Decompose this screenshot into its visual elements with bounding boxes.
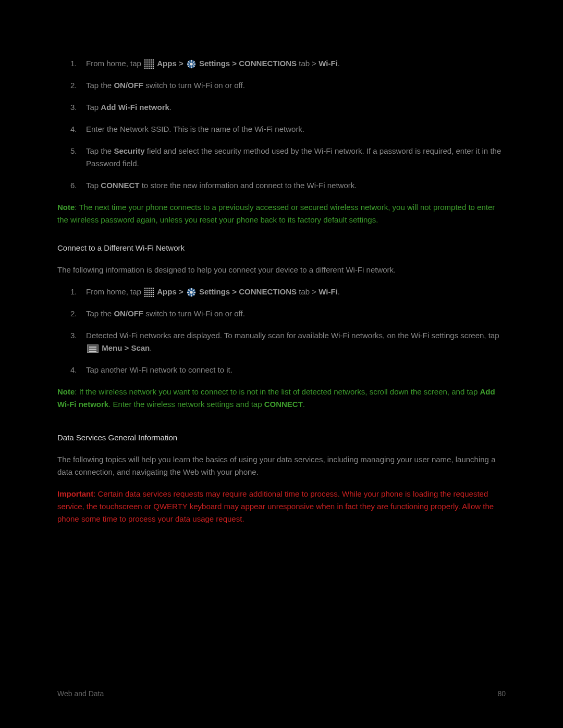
important-label: Important: [57, 489, 93, 498]
svg-rect-42: [149, 290, 150, 291]
section2-heading: Connect to a Different Wi-Fi Network: [57, 242, 506, 254]
svg-rect-45: [144, 292, 145, 293]
svg-rect-4: [153, 59, 154, 60]
svg-rect-14: [153, 64, 154, 65]
text: tab >: [297, 287, 319, 296]
svg-rect-15: [144, 66, 145, 67]
apps-label: Apps >: [157, 287, 186, 296]
text: Tap: [86, 103, 101, 112]
svg-rect-8: [151, 61, 152, 63]
important-text: : Certain data services requests may req…: [57, 489, 494, 523]
security-label: Security: [114, 146, 144, 155]
text: to store the new information and connect…: [140, 181, 357, 190]
svg-rect-37: [149, 288, 150, 289]
text: tab >: [297, 59, 319, 68]
svg-rect-43: [151, 290, 152, 291]
text: .: [338, 59, 340, 68]
svg-rect-54: [153, 294, 154, 295]
svg-rect-40: [144, 290, 145, 291]
svg-rect-51: [146, 294, 148, 295]
step-5: Tap the Security field and select the se…: [86, 145, 506, 170]
text: From home, tap: [86, 287, 143, 296]
step-1: From home, tap Apps > Settings > CONNECT…: [86, 57, 506, 70]
step-6: Tap CONNECT to store the new information…: [86, 179, 506, 192]
svg-rect-47: [149, 292, 150, 293]
svg-rect-53: [151, 294, 152, 295]
section1-steps: From home, tap Apps > Settings > CONNECT…: [57, 57, 506, 192]
step-3: Tap Add Wi-Fi network.: [86, 101, 506, 114]
page-content: From home, tap Apps > Settings > CONNECT…: [0, 0, 563, 525]
text: Tap the: [86, 309, 114, 318]
note-text: : If the wireless network you want to co…: [75, 387, 480, 396]
svg-rect-23: [151, 68, 152, 69]
menu-scan-label: Menu > Scan: [102, 343, 150, 352]
step-2: Tap the ON/OFF switch to turn Wi-Fi on o…: [86, 307, 506, 320]
svg-rect-30: [193, 64, 195, 65]
apps-grid-icon: [144, 59, 154, 69]
svg-rect-10: [144, 64, 145, 65]
svg-rect-29: [187, 64, 189, 65]
svg-rect-35: [144, 288, 145, 289]
section2-note: Note: If the wireless network you want t…: [57, 386, 506, 411]
note-text: .: [303, 400, 305, 409]
text: switch to turn Wi-Fi on or off.: [143, 81, 245, 90]
svg-rect-21: [146, 68, 148, 69]
note-text: . Enter the wireless network settings an…: [108, 400, 264, 409]
connect-bold: CONNECT: [264, 400, 303, 409]
onoff-label: ON/OFF: [114, 309, 143, 318]
wifi-label: Wi-Fi: [319, 287, 338, 296]
text: Tap the: [86, 81, 114, 90]
step-4: Enter the Network SSID. This is the name…: [86, 123, 506, 135]
text: .: [338, 287, 340, 296]
step-1: From home, tap Apps > Settings > CONNECT…: [86, 286, 506, 298]
footer-left: Web and Data: [57, 688, 104, 699]
page-footer: Web and Data 80: [57, 688, 506, 699]
svg-rect-50: [144, 294, 145, 295]
svg-rect-52: [149, 294, 150, 295]
svg-rect-65: [193, 292, 195, 293]
menu-icon: [87, 344, 99, 353]
svg-rect-57: [149, 296, 150, 297]
text: Tap another Wi-Fi network to connect to …: [86, 365, 232, 374]
svg-rect-49: [153, 292, 154, 293]
svg-rect-3: [151, 59, 152, 60]
wifi-label: Wi-Fi: [319, 59, 338, 68]
add-wifi-label: Add Wi-Fi network: [101, 103, 169, 112]
text: Detected Wi-Fi networks are displayed. T…: [86, 331, 499, 340]
footer-page-number: 80: [497, 688, 506, 699]
svg-rect-22: [149, 68, 150, 69]
svg-rect-41: [146, 290, 148, 291]
svg-rect-55: [144, 296, 145, 297]
svg-rect-64: [187, 292, 189, 293]
svg-rect-1: [146, 59, 148, 60]
svg-rect-28: [191, 67, 192, 69]
connect-label: CONNECT: [101, 181, 139, 190]
section1-note: Note: The next time your phone connects …: [57, 201, 506, 226]
svg-rect-17: [149, 66, 150, 67]
text: .: [169, 103, 172, 112]
svg-rect-20: [144, 68, 145, 69]
apps-grid-icon: [144, 288, 154, 297]
section2-steps: From home, tap Apps > Settings > CONNECT…: [57, 286, 506, 376]
onoff-label: ON/OFF: [114, 81, 143, 90]
section2-intro: The following information is designed to…: [57, 264, 506, 276]
svg-rect-0: [144, 59, 145, 60]
svg-rect-44: [153, 290, 154, 291]
svg-point-61: [190, 291, 192, 293]
svg-rect-7: [149, 61, 150, 63]
step-3: Detected Wi-Fi networks are displayed. T…: [86, 329, 506, 354]
svg-rect-9: [153, 61, 154, 63]
step-4: Tap another Wi-Fi network to connect to …: [86, 364, 506, 376]
section3-heading: Data Services General Information: [57, 431, 506, 444]
note-label: Note: [57, 387, 75, 396]
settings-gear-icon: [187, 288, 196, 297]
svg-point-26: [190, 63, 192, 65]
svg-rect-63: [191, 295, 192, 297]
svg-rect-36: [146, 288, 148, 289]
svg-rect-2: [149, 59, 150, 60]
text: field and select the security method use…: [86, 146, 501, 168]
svg-rect-5: [144, 61, 145, 63]
svg-rect-12: [149, 64, 150, 65]
svg-rect-46: [146, 292, 148, 293]
svg-rect-62: [191, 288, 192, 290]
